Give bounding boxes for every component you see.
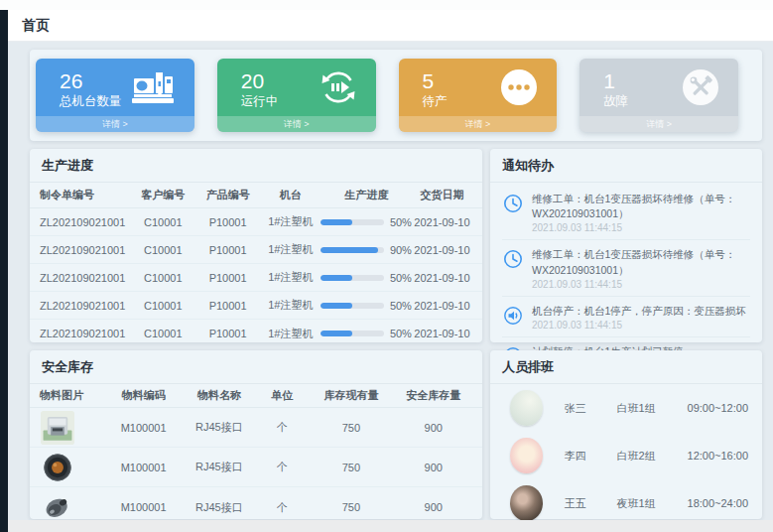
personnel-schedule-panel: 人员排班 张三 白班1组 09:00~12:00 李四 白班2组 12:00~1… (490, 350, 762, 519)
person-shift: 白班2组 (617, 449, 688, 464)
main-area: 首页 26 总机台数量 (8, 10, 773, 520)
ellipsis-icon (499, 67, 539, 111)
stat-detail-link[interactable]: 详情 > (580, 116, 738, 132)
inventory-table-header: 物料图片 物料编码 物料名称 单位 库存现有量 安全库存量 (30, 384, 482, 408)
delivery-date: 2021-09-10 (412, 300, 472, 312)
customer-no: C10001 (131, 272, 195, 284)
table-row: ZL202109021001 C10001 P10001 1#注塑机 50% 2… (30, 264, 482, 292)
progress-label: 50% (390, 328, 412, 339)
stat-value: 5 (423, 69, 448, 93)
column-header: 机台 (260, 188, 321, 202)
safety-stock: 900 (394, 501, 471, 513)
delivery-date: 2021-09-10 (412, 272, 472, 284)
notification-list: 维修工单：机台1变压器损坏待维修（单号：WX202109031001） 2021… (490, 183, 762, 377)
progress-cell: 50% (321, 328, 412, 339)
column-header: 物料图片 (40, 388, 104, 403)
order-no: ZL202109021001 (40, 328, 131, 339)
progress-cell: 90% (321, 244, 412, 256)
avatar (510, 485, 543, 521)
table-row: ZL202109021001 C10001 P10001 1#注塑机 50% 2… (30, 320, 482, 347)
notification-time: 2021.09.03 11:44:15 (532, 279, 750, 290)
stat-label: 故障 (603, 93, 628, 110)
product-no: P10001 (195, 328, 260, 339)
stat-value: 26 (60, 69, 122, 93)
progress-cell: 50% (321, 216, 412, 228)
production-table-header: 制令单编号 客户编号 产品编号 机台 生产进度 交货日期 (30, 183, 482, 208)
schedule-row: 张三 白班1组 09:00~12:00 (490, 384, 762, 432)
progress-label: 50% (390, 300, 412, 312)
progress-cell: 50% (321, 272, 412, 284)
stat-detail-link[interactable]: 详情 > (399, 116, 558, 132)
progress-bar (321, 303, 384, 309)
notification-item[interactable]: 维修工单：机台1变压器损坏待维修（单号：WX202109031001） 2021… (502, 240, 750, 296)
notification-item[interactable]: 机台停产：机台1停产，停产原因：变压器损坏 2021.09.03 11:44:1… (502, 297, 750, 337)
progress-bar (321, 219, 384, 225)
person-name: 李四 (565, 449, 617, 464)
bottom-scrollbar-track[interactable] (8, 520, 773, 532)
progress-label: 50% (390, 272, 412, 284)
progress-bar (321, 247, 384, 253)
panel-title: 人员排班 (490, 350, 762, 384)
column-header: 客户编号 (131, 188, 195, 202)
delivery-date: 2021-09-10 (412, 216, 472, 228)
customer-no: C10001 (131, 328, 195, 339)
material-code: M100001 (104, 501, 182, 513)
notification-item[interactable]: 维修工单：机台1变压器损坏待维修（单号：WX202109031001） 2021… (502, 185, 750, 240)
product-no: P10001 (195, 272, 260, 284)
table-row: ZL202109021001 C10001 P10001 1#注塑机 50% 2… (30, 208, 482, 236)
column-header: 单位 (256, 388, 308, 403)
machine-name: 1#注塑机 (260, 270, 321, 285)
material-code: M100001 (104, 422, 182, 434)
order-no: ZL202109021001 (40, 216, 131, 228)
person-name: 张三 (565, 401, 617, 416)
current-stock: 750 (308, 462, 394, 473)
stat-detail-link[interactable]: 详情 > (36, 116, 194, 132)
machine-name: 1#注塑机 (260, 327, 321, 341)
material-name: RJ45接口 (183, 500, 256, 515)
table-row: ZL202109021001 C10001 P10001 1#注塑机 90% 2… (30, 236, 482, 264)
notification-time: 2021.09.03 11:44:15 (532, 222, 750, 233)
material-unit: 个 (256, 460, 308, 474)
tab-home[interactable]: 首页 (22, 17, 50, 35)
speaker-icon (502, 305, 524, 327)
customer-no: C10001 (131, 244, 195, 256)
material-unit: 个 (256, 500, 308, 515)
stat-card-fault[interactable]: 1 故障 (580, 59, 738, 132)
content-area: 26 总机台数量 (8, 42, 773, 520)
schedule-row: 李四 白班2组 12:00~16:00 (490, 432, 762, 479)
product-no: P10001 (195, 300, 260, 312)
current-stock: 750 (308, 501, 394, 513)
material-code: M100001 (104, 462, 182, 473)
material-image-rj45 (40, 411, 75, 445)
stat-card-body: 26 总机台数量 (36, 59, 194, 116)
product-no: P10001 (195, 216, 260, 228)
sidebar-edge (0, 10, 8, 532)
machine-name: 1#注塑机 (260, 242, 321, 257)
stat-card-waiting[interactable]: 5 待产 详情 > (399, 59, 558, 132)
panel-title: 生产进度 (30, 149, 482, 183)
progress-bar (321, 275, 384, 281)
top-strip (0, 0, 773, 10)
delivery-date: 2021-09-10 (412, 244, 472, 256)
material-name: RJ45接口 (183, 460, 256, 474)
stat-card-running[interactable]: 20 运行中 (217, 59, 376, 132)
notification-text: 机台停产：机台1停产，停产原因：变压器损坏 (532, 304, 750, 319)
production-progress-panel: 生产进度 制令单编号 客户编号 产品编号 机台 生产进度 交货日期 ZL2021… (30, 149, 482, 342)
customer-no: C10001 (131, 216, 195, 228)
safety-stock-panel: 安全库存 物料图片 物料编码 物料名称 单位 库存现有量 安全库存量 (30, 350, 482, 519)
stat-card-body: 1 故障 (580, 59, 738, 116)
machine-name: 1#注塑机 (260, 298, 321, 313)
material-image-speaker-angled (40, 490, 75, 524)
person-time: 18:00~24:00 (688, 497, 748, 509)
person-shift: 夜班1组 (617, 496, 688, 511)
stat-card-body: 20 运行中 (217, 59, 376, 116)
column-header: 物料编码 (104, 388, 182, 403)
running-icon (319, 67, 358, 111)
stat-detail-link[interactable]: 详情 > (217, 116, 376, 132)
stat-value: 1 (603, 69, 628, 93)
stat-label: 运行中 (241, 93, 279, 110)
stat-card-total-machines[interactable]: 26 总机台数量 (36, 59, 194, 132)
stat-label: 总机台数量 (60, 93, 122, 110)
notification-text: 维修工单：机台1变压器损坏待维修（单号：WX202109031001） (532, 247, 750, 277)
customer-no: C10001 (131, 300, 195, 312)
